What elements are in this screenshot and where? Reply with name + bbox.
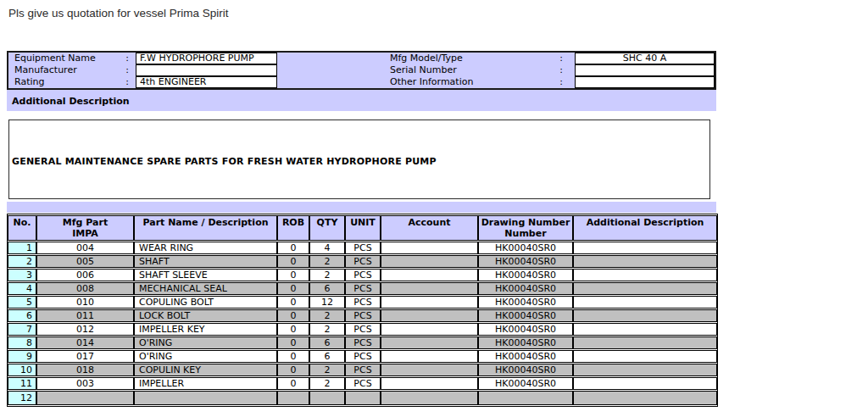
col-header-qty: QTY	[309, 215, 345, 241]
cell-account	[381, 377, 478, 390]
cell-drawing-number: HK00040SR0	[478, 323, 573, 336]
cell-no: 7	[8, 323, 36, 336]
cell-qty: 12	[309, 296, 345, 309]
cell-drawing-number: HK00040SR0	[478, 364, 573, 376]
col-header-part-name: Part Name / Description	[134, 215, 277, 241]
mfg-model-type-field[interactable]: SHC 40 A	[575, 53, 715, 64]
cell-part-name: O'RING	[134, 336, 277, 349]
equipment-name-field[interactable]: F.W HYDROPHORE PUMP	[136, 53, 277, 64]
cell-qty: 2	[309, 364, 345, 376]
cell-mfg-part: 004	[36, 242, 134, 254]
equipment-name-label-row: Equipment Name :	[8, 53, 136, 64]
serial-number-field[interactable]	[575, 64, 715, 76]
cell-unit: PCS	[345, 269, 381, 281]
col-header-rob: ROB	[277, 215, 309, 241]
cell-account	[381, 282, 478, 295]
cell-drawing-number: HK00040SR0	[478, 269, 573, 281]
cell-part-name	[134, 391, 277, 405]
cell-qty: 4	[309, 242, 345, 254]
cell-part-name: IMPELLER	[134, 377, 277, 390]
cell-qty	[309, 391, 345, 405]
cell-part-name: O'RING	[134, 350, 277, 363]
cell-unit: PCS	[345, 377, 381, 390]
cell-account	[381, 296, 478, 309]
cell-rob: 0	[277, 377, 309, 390]
cell-account	[381, 242, 478, 254]
other-information-label: Other Information	[390, 76, 473, 88]
col-header-additional-description: Additional Description	[573, 215, 717, 241]
table-row-empty: 12	[8, 391, 717, 405]
cell-no: 10	[8, 364, 36, 376]
cell-no: 12	[8, 391, 36, 405]
colon: :	[559, 64, 563, 76]
equipment-header-panel: Equipment Name : F.W HYDROPHORE PUMP Mfg…	[7, 51, 716, 111]
manufacturer-field[interactable]	[136, 64, 277, 76]
cell-rob: 0	[277, 296, 309, 309]
cell-account	[381, 269, 478, 281]
cell-no: 1	[8, 242, 36, 254]
equipment-name-label: Equipment Name	[14, 53, 96, 64]
colon: :	[559, 76, 563, 88]
parts-section-divider-strip	[7, 202, 716, 213]
cell-no: 9	[8, 350, 36, 363]
additional-description-text: GENERAL MAINTENANCE SPARE PARTS FOR FRES…	[9, 120, 709, 167]
cell-drawing-number: HK00040SR0	[478, 255, 573, 268]
cell-mfg-part: 005	[36, 255, 134, 268]
rating-field[interactable]: 4th ENGINEER	[136, 76, 277, 88]
other-information-field[interactable]	[575, 76, 715, 88]
equipment-header-grid: Equipment Name : F.W HYDROPHORE PUMP Mfg…	[7, 51, 716, 90]
cell-rob: 0	[277, 282, 309, 295]
cell-mfg-part: 006	[36, 269, 134, 281]
cell-unit: PCS	[345, 336, 381, 349]
cell-account	[381, 255, 478, 268]
table-row: 8 014 O'RING 0 6 PCS HK00040SR0	[8, 336, 717, 349]
cell-drawing-number: HK00040SR0	[478, 296, 573, 309]
cell-no: 6	[8, 309, 36, 322]
cell-no: 8	[8, 336, 36, 349]
col-header-no: No.	[8, 215, 36, 241]
cell-additional-description	[573, 336, 717, 349]
mfg-model-type-label: Mfg Model/Type	[390, 53, 463, 64]
rating-label-row: Rating :	[8, 76, 136, 88]
cell-qty: 2	[309, 323, 345, 336]
cell-rob: 0	[277, 309, 309, 322]
cell-qty: 2	[309, 377, 345, 390]
table-row: 5 010 COPULING BOLT 0 12 PCS HK00040SR0	[8, 296, 717, 309]
cell-unit: PCS	[345, 255, 381, 268]
cell-account	[381, 350, 478, 363]
cell-no: 2	[8, 255, 36, 268]
rating-label: Rating	[14, 76, 44, 88]
cell-drawing-number: HK00040SR0	[478, 377, 573, 390]
serial-number-label-row: Serial Number :	[277, 64, 575, 76]
cell-additional-description	[573, 296, 717, 309]
cell-drawing-number: HK00040SR0	[478, 282, 573, 295]
table-row: 9 017 O'RING 0 6 PCS HK00040SR0	[8, 350, 717, 363]
additional-description-box[interactable]: GENERAL MAINTENANCE SPARE PARTS FOR FRES…	[8, 120, 710, 199]
cell-part-name: SHAFT	[134, 255, 277, 268]
col-header-drawing-number: Drawing Number Number	[478, 215, 573, 241]
cell-drawing-number: HK00040SR0	[478, 350, 573, 363]
cell-unit: PCS	[345, 242, 381, 254]
colon: :	[125, 53, 129, 64]
cell-unit: PCS	[345, 364, 381, 376]
cell-additional-description	[573, 282, 717, 295]
cell-drawing-number: HK00040SR0	[478, 242, 573, 254]
cell-account	[381, 391, 478, 405]
manufacturer-label-row: Manufacturer :	[8, 64, 136, 76]
cell-no: 3	[8, 269, 36, 281]
cell-no: 4	[8, 282, 36, 295]
cell-account	[381, 309, 478, 322]
table-row: 11 003 IMPELLER 0 2 PCS HK00040SR0	[8, 377, 717, 390]
cell-account	[381, 364, 478, 376]
cell-mfg-part: 012	[36, 323, 134, 336]
cell-additional-description	[573, 364, 717, 376]
table-row: 3 006 SHAFT SLEEVE 0 2 PCS HK00040SR0	[8, 269, 717, 281]
quotation-remark-text: Pls give us quotation for vessel Prima S…	[8, 7, 229, 19]
cell-unit: PCS	[345, 296, 381, 309]
cell-part-name: IMPELLER KEY	[134, 323, 277, 336]
col-header-mfg-part-impa: Mfg Part IMPA	[36, 215, 134, 241]
colon: :	[125, 64, 129, 76]
cell-mfg-part: 008	[36, 282, 134, 295]
cell-additional-description	[573, 309, 717, 322]
table-row: 6 011 LOCK BOLT 0 2 PCS HK00040SR0	[8, 309, 717, 322]
